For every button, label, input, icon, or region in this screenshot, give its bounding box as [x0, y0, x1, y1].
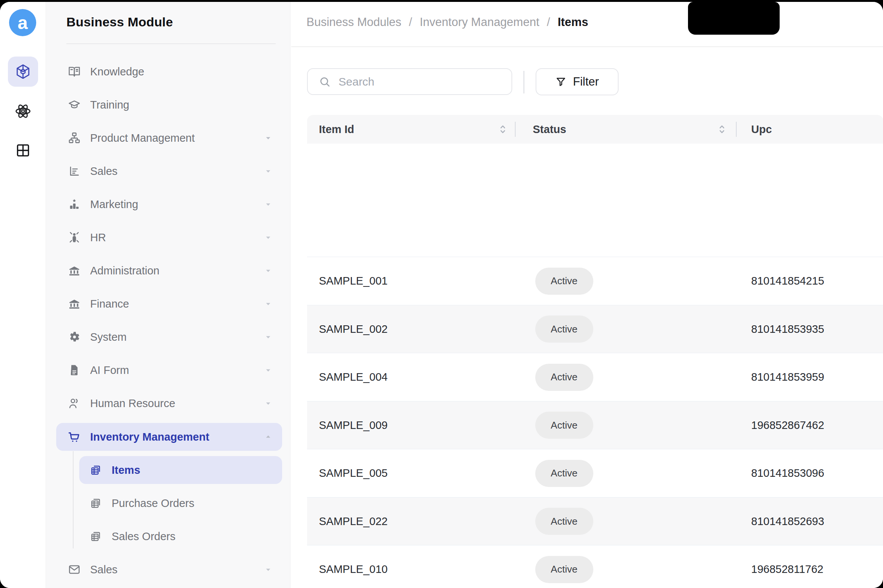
sidebar-item-label: Marketing: [90, 198, 138, 211]
sidebar-item-sales-bottom[interactable]: Sales: [56, 556, 282, 583]
sidebar-item-label: Training: [90, 99, 129, 111]
sidebar-item-sales-orders[interactable]: Sales Orders: [79, 522, 282, 550]
sidebar-item-label: Sales: [90, 564, 118, 576]
filter-button[interactable]: Filter: [536, 68, 619, 95]
sort-icon[interactable]: [715, 122, 729, 136]
chevron-down-icon: [264, 266, 272, 275]
filter-button-label: Filter: [573, 75, 599, 89]
status-badge: Active: [535, 412, 593, 439]
rail-business-modules-button[interactable]: [8, 57, 38, 87]
table-sheet-icon: [88, 529, 103, 544]
envelope-icon: [67, 562, 82, 577]
cell-item-id: SAMPLE_010: [319, 545, 388, 588]
cell-upc: 810141853959: [751, 353, 825, 401]
bank-icon: [67, 296, 82, 311]
graduation-cap-icon: [67, 97, 82, 112]
bank-icon: [67, 263, 82, 278]
rail-ai-button[interactable]: [8, 96, 38, 126]
search-input[interactable]: [339, 75, 502, 88]
sidebar-item-finance[interactable]: Finance: [56, 290, 282, 318]
sidebar-title-divider: [66, 43, 276, 44]
sidebar-item-system[interactable]: System: [56, 323, 282, 351]
app-logo[interactable]: a: [9, 9, 36, 36]
column-header-upc[interactable]: Upc: [751, 115, 772, 144]
cell-upc: 810141853935: [751, 305, 825, 353]
cell-upc: 196852867462: [751, 401, 825, 449]
breadcrumb-items[interactable]: Items: [557, 15, 588, 29]
cell-item-id: SAMPLE_009: [319, 401, 388, 449]
table-row[interactable]: SAMPLE_009 Active 196852867462: [307, 401, 883, 449]
sidebar-item-label: Items: [112, 464, 140, 476]
sidebar-item-ai-form[interactable]: AI Form: [56, 356, 282, 384]
column-header-item-id[interactable]: Item Id: [319, 115, 354, 144]
status-badge: Active: [535, 508, 593, 535]
submenu-guide-line: [73, 451, 74, 548]
sidebar-item-purchase-orders[interactable]: Purchase Orders: [79, 489, 282, 517]
status-badge: Active: [535, 268, 593, 295]
table-sheet-icon: [88, 496, 103, 511]
table-row[interactable]: SAMPLE_010 Active 196852811762: [307, 545, 883, 588]
cube-icon: [14, 63, 32, 80]
table-row[interactable]: SAMPLE_005 Active 810141853096: [307, 449, 883, 497]
table-row[interactable]: SAMPLE_002 Active 810141853935: [307, 305, 883, 353]
table-row[interactable]: SAMPLE_022 Active 810141852693: [307, 497, 883, 545]
cell-item-id: SAMPLE_005: [319, 449, 388, 497]
document-icon: [67, 363, 82, 378]
funnel-icon: [555, 76, 567, 88]
breadcrumb-separator: /: [547, 15, 550, 29]
chevron-down-icon: [264, 233, 272, 242]
sidebar-title: Business Module: [66, 15, 173, 29]
users-icon: [67, 396, 82, 411]
sort-icon[interactable]: [496, 122, 510, 136]
main-content: Business Modules / Inventory Management …: [291, 2, 883, 588]
breadcrumb-business-modules[interactable]: Business Modules: [307, 15, 402, 29]
chevron-down-icon: [264, 565, 272, 574]
sitemap-icon: [67, 130, 82, 145]
sidebar-item-label: Inventory Management: [90, 431, 209, 443]
rail-tables-button[interactable]: [8, 135, 38, 165]
gear-icon: [67, 329, 82, 345]
sidebar-item-label: AI Form: [90, 364, 129, 377]
chevron-down-icon: [264, 167, 272, 175]
sidebar-item-human-resource[interactable]: Human Resource: [56, 389, 282, 417]
sidebar-item-sales[interactable]: Sales: [56, 157, 282, 185]
cell-upc: 810141854215: [751, 257, 825, 305]
status-badge: Active: [535, 460, 593, 487]
cell-upc: 810141853096: [751, 449, 825, 497]
sidebar-item-label: System: [90, 331, 127, 343]
search-icon: [318, 75, 331, 88]
grid-icon: [15, 142, 31, 158]
table-header: Item Id Status Upc: [307, 115, 883, 144]
breadcrumb: Business Modules / Inventory Management …: [307, 15, 588, 29]
atom-icon: [14, 103, 32, 120]
column-header-status[interactable]: Status: [533, 115, 567, 144]
header-divider: [291, 46, 883, 47]
cell-item-id: SAMPLE_022: [319, 498, 388, 545]
column-divider: [736, 122, 737, 137]
person-rays-icon: [67, 230, 82, 245]
chart-lines-icon: [67, 164, 82, 179]
cell-item-id: SAMPLE_002: [319, 305, 388, 353]
sidebar: Business Module Knowledge Training: [46, 2, 290, 588]
sidebar-item-administration[interactable]: Administration: [56, 257, 282, 285]
breadcrumb-inventory-management[interactable]: Inventory Management: [420, 15, 539, 29]
sidebar-item-items[interactable]: Items: [79, 456, 282, 484]
items-table: Item Id Status Upc SAMPLE_001: [307, 115, 883, 588]
sidebar-item-label: HR: [90, 231, 106, 244]
column-divider: [515, 122, 516, 137]
sidebar-item-label: Administration: [90, 265, 160, 277]
sidebar-item-training[interactable]: Training: [56, 91, 282, 119]
sidebar-item-hr[interactable]: HR: [56, 224, 282, 251]
sidebar-item-inventory-management[interactable]: Inventory Management: [56, 423, 282, 451]
sidebar-item-label: Sales: [90, 165, 118, 178]
search-input-wrapper: [307, 68, 512, 95]
book-open-icon: [67, 64, 82, 79]
table-row[interactable]: SAMPLE_001 Active 810141854215: [307, 257, 883, 305]
sidebar-item-knowledge[interactable]: Knowledge: [56, 58, 282, 86]
cell-item-id: SAMPLE_004: [319, 353, 388, 401]
chevron-down-icon: [264, 300, 272, 308]
chevron-down-icon: [264, 366, 272, 374]
table-row[interactable]: SAMPLE_004 Active 810141853959: [307, 353, 883, 401]
sidebar-item-marketing[interactable]: Marketing: [56, 190, 282, 218]
sidebar-item-product-management[interactable]: Product Management: [56, 124, 282, 152]
